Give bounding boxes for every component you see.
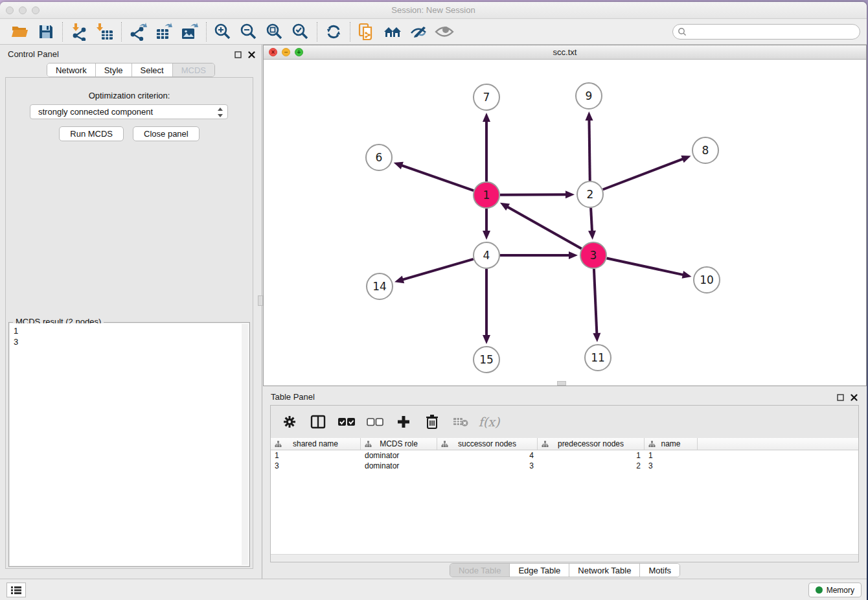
export-image-button[interactable]	[180, 22, 200, 41]
horizontal-splitter-handle[interactable]	[557, 381, 566, 386]
select-all-icon	[338, 417, 355, 426]
zoom-selected-button[interactable]	[291, 22, 310, 41]
column-header-shared-name[interactable]: shared name	[271, 438, 361, 450]
edge-3-11[interactable]	[594, 269, 597, 334]
hide-graphics-details-button[interactable]	[409, 22, 428, 41]
table-panel-title: Table Panel	[271, 392, 315, 402]
column-type-icon	[365, 441, 372, 450]
delete-table-button	[452, 413, 469, 430]
network-canvas[interactable]: 7968124314101511	[264, 60, 866, 386]
export-table-button[interactable]	[154, 22, 174, 41]
column-label: MCDS role	[380, 439, 418, 448]
select-all-button[interactable]	[338, 413, 355, 430]
zoom-fit-button[interactable]	[265, 22, 284, 41]
title-bar: Session: New Session	[0, 2, 867, 19]
tab-edge-table[interactable]: Edge Table	[510, 564, 569, 577]
hide-graphics-details-icon	[409, 24, 428, 40]
edge-2-9[interactable]	[589, 119, 589, 181]
tab-network-table[interactable]: Network Table	[569, 564, 640, 577]
tab-node-table[interactable]: Node Table	[450, 564, 510, 577]
zoom-out-button[interactable]	[239, 22, 258, 41]
optimization-criterion-label: Optimization criterion:	[6, 91, 253, 100]
save-session-button[interactable]	[36, 22, 56, 41]
table-cell: dominator	[361, 450, 437, 461]
node-label-14: 14	[372, 280, 387, 293]
mcds-result-list: 13	[10, 323, 249, 566]
close-panel-button[interactable]: Close panel	[133, 126, 200, 141]
show-graphics-details-icon	[435, 25, 454, 39]
column-header-successor-nodes[interactable]: successor nodes	[437, 438, 538, 450]
function-builder-icon: f(x)	[479, 415, 500, 429]
column-header-name[interactable]: name	[645, 438, 698, 450]
tab-style[interactable]: Style	[96, 63, 132, 76]
column-header-MCDS-role[interactable]: MCDS role	[361, 438, 437, 450]
show-graphics-details-button[interactable]	[435, 22, 454, 41]
table-cell: 1	[271, 450, 361, 461]
table-panel: Table Panel f(x) shared nameMCDS rolesuc…	[263, 388, 867, 579]
network-view-window: × – + scc.txt 7968124314101511	[263, 45, 867, 386]
table-cell: 1	[645, 450, 698, 461]
edge-4-14[interactable]	[402, 259, 474, 280]
export-network-button[interactable]	[128, 22, 148, 41]
column-header-predecessor-nodes[interactable]: predecessor nodes	[538, 438, 645, 450]
table-row[interactable]: 3dominator323	[271, 461, 858, 471]
node-label-1: 1	[483, 189, 490, 202]
toggle-panel-layout-icon	[310, 415, 326, 429]
arrowhead-1-6	[394, 162, 404, 169]
clone-network-button[interactable]	[357, 22, 376, 41]
memory-button[interactable]: Memory	[808, 583, 862, 597]
edge-2-3[interactable]	[591, 208, 592, 232]
criterion-dropdown[interactable]: strongly connected component	[30, 104, 228, 119]
import-network-icon	[70, 23, 88, 41]
float-panel-icon[interactable]	[234, 49, 242, 61]
close-table-panel-icon[interactable]	[851, 392, 858, 404]
developer-list-button[interactable]	[6, 583, 26, 597]
import-network-button[interactable]	[69, 22, 89, 41]
column-type-icon	[275, 441, 282, 450]
arrowhead-4-14	[394, 276, 404, 284]
run-mcds-button[interactable]: Run MCDS	[59, 126, 124, 141]
control-panel: Control Panel NetworkStyleSelectMCDS Opt…	[0, 45, 262, 579]
edge-1-6[interactable]	[401, 165, 474, 190]
application-window: Session: New Session Control Panel Netwo…	[0, 2, 867, 600]
delete-columns-button[interactable]	[424, 413, 440, 430]
toggle-panel-layout-button[interactable]	[310, 413, 326, 430]
column-label: successor nodes	[458, 439, 516, 448]
arrowhead-2-8	[681, 156, 691, 163]
arrowhead-3-11	[593, 333, 600, 342]
create-column-icon	[396, 415, 411, 429]
close-panel-icon[interactable]	[248, 49, 255, 61]
edge-2-8[interactable]	[603, 159, 684, 190]
search-input[interactable]	[672, 24, 860, 40]
open-session-button[interactable]	[10, 22, 30, 41]
edge-1-2[interactable]	[500, 194, 567, 195]
import-table-button[interactable]	[95, 22, 115, 41]
tab-mcds[interactable]: MCDS	[173, 63, 214, 76]
zoom-out-icon	[240, 23, 258, 41]
result-scrollbar[interactable]	[242, 324, 248, 565]
table-row[interactable]: 1dominator411	[271, 450, 858, 461]
table-scrollbar-strip[interactable]	[271, 554, 858, 562]
search-box	[672, 24, 860, 40]
tab-motifs[interactable]: Motifs	[640, 564, 680, 577]
arrowhead-3-10	[682, 271, 692, 279]
edge-3-1[interactable]	[507, 207, 581, 249]
table-settings-button[interactable]	[281, 413, 298, 430]
tab-network[interactable]: Network	[47, 63, 96, 76]
table-cell: 1	[538, 450, 645, 461]
zoom-in-button[interactable]	[213, 22, 233, 41]
node-label-15: 15	[479, 353, 494, 366]
create-column-button[interactable]	[395, 413, 412, 430]
float-table-panel-icon[interactable]	[837, 392, 844, 404]
node-label-10: 10	[700, 273, 714, 286]
first-neighbors-button[interactable]	[383, 22, 402, 41]
import-table-icon	[96, 23, 114, 41]
mcds-result-node: 3	[14, 336, 245, 347]
tab-select[interactable]: Select	[132, 63, 173, 76]
deselect-all-button[interactable]	[367, 413, 383, 430]
refresh-view-button[interactable]	[324, 22, 343, 41]
arrowhead-4-3	[569, 251, 578, 259]
edge-3-10[interactable]	[607, 258, 684, 275]
vertical-splitter-handle[interactable]	[258, 295, 263, 306]
network-window-title: scc.txt	[264, 47, 866, 57]
